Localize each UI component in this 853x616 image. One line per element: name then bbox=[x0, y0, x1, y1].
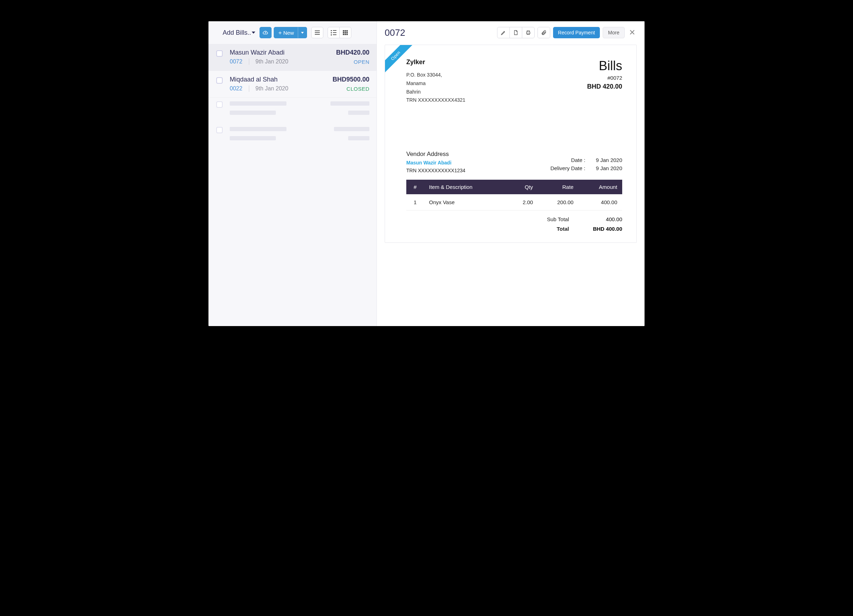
bill-date: 9th Jan 2020 bbox=[256, 85, 288, 92]
dates-block: Date : 9 Jan 2020 Delivery Date : 9 Jan … bbox=[543, 157, 622, 173]
vendor-name: Miqdaad al Shah bbox=[230, 76, 278, 83]
subtotal-label: Sub Total bbox=[537, 216, 569, 222]
app-window: Add Bills.. + New bbox=[208, 21, 645, 326]
bill-number: 0072 bbox=[230, 59, 243, 65]
divider bbox=[249, 59, 249, 65]
record-payment-button[interactable]: Record Payment bbox=[553, 27, 600, 38]
document-type: Bills bbox=[587, 59, 622, 73]
view-toggle-group bbox=[328, 27, 351, 38]
list-icon bbox=[331, 30, 337, 35]
bill-document: Open Zylker P.O. Box 33044, Manama Bahri… bbox=[385, 45, 637, 243]
company-block: Zylker P.O. Box 33044, Manama Bahrin TRN… bbox=[406, 59, 466, 105]
col-qty: Qty bbox=[507, 180, 538, 194]
status-badge: CLOSED bbox=[346, 86, 369, 92]
cell-qty: 2.00 bbox=[507, 194, 538, 211]
vendor-link[interactable]: Masun Wazir Abadi bbox=[406, 160, 466, 165]
company-name: Zylker bbox=[406, 59, 466, 66]
list-item-placeholder bbox=[208, 123, 376, 149]
row-checkbox[interactable] bbox=[216, 77, 223, 83]
new-label: New bbox=[283, 30, 294, 36]
total-value: BHD 400.00 bbox=[583, 226, 622, 232]
bill-amount: BHD9500.00 bbox=[332, 76, 369, 83]
add-bills-dropdown[interactable]: Add Bills.. bbox=[223, 29, 255, 36]
cell-amount: 400.00 bbox=[578, 194, 622, 211]
totals-block: Sub Total 400.00 Total BHD 400.00 bbox=[406, 216, 622, 232]
list-view-button[interactable] bbox=[328, 27, 340, 38]
edit-button[interactable] bbox=[497, 27, 510, 38]
cloud-icon bbox=[263, 30, 269, 35]
printer-icon bbox=[525, 30, 531, 35]
pdf-file-icon bbox=[513, 30, 519, 35]
list-item-placeholder bbox=[208, 98, 376, 123]
chevron-down-icon bbox=[301, 32, 304, 34]
detail-toolbar: 0072 Record Payment More ✕ bbox=[385, 27, 637, 45]
chevron-down-icon bbox=[252, 32, 255, 34]
company-trn: TRN XXXXXXXXXXX4321 bbox=[406, 96, 466, 105]
total-label: Total bbox=[537, 226, 569, 232]
print-button[interactable] bbox=[522, 27, 535, 38]
grid-view-button[interactable] bbox=[339, 27, 351, 38]
add-bills-label: Add Bills.. bbox=[223, 29, 251, 36]
paperclip-icon bbox=[541, 30, 547, 35]
svg-rect-0 bbox=[527, 32, 530, 34]
col-item: Item & Description bbox=[424, 180, 507, 194]
document-actions bbox=[497, 27, 535, 38]
col-rate: Rate bbox=[538, 180, 578, 194]
col-amount: Amount bbox=[578, 180, 622, 194]
col-number: # bbox=[406, 180, 424, 194]
date-label: Date : bbox=[543, 157, 585, 163]
attach-button[interactable] bbox=[537, 27, 550, 38]
vendor-name: Masun Wazir Abadi bbox=[230, 49, 284, 56]
bill-detail-panel: 0072 Record Payment More ✕ Open bbox=[377, 21, 645, 326]
address-line: Manama bbox=[406, 79, 466, 88]
plus-icon: + bbox=[278, 30, 282, 36]
bills-list-panel: Add Bills.. + New bbox=[208, 21, 377, 326]
list-item[interactable]: Masun Wazir Abadi BHD420.00 0072 9th Jan… bbox=[208, 44, 376, 71]
line-items-table: # Item & Description Qty Rate Amount 1 O… bbox=[406, 180, 622, 211]
document-amount: BHD 420.00 bbox=[587, 83, 622, 90]
table-header-row: # Item & Description Qty Rate Amount bbox=[406, 180, 622, 194]
delivery-date-value: 9 Jan 2020 bbox=[590, 165, 622, 171]
status-badge: OPEN bbox=[354, 59, 369, 65]
document-title-block: Bills #0072 BHD 420.00 bbox=[587, 59, 622, 105]
more-button[interactable]: More bbox=[603, 27, 625, 38]
cell-item: Onyx Vase bbox=[424, 194, 507, 211]
address-line: Bahrin bbox=[406, 88, 466, 96]
bills-list: Masun Wazir Abadi BHD420.00 0072 9th Jan… bbox=[208, 44, 376, 326]
cell-rate: 200.00 bbox=[538, 194, 578, 211]
address-line: P.O. Box 33044, bbox=[406, 71, 466, 79]
lines-icon bbox=[315, 30, 320, 35]
close-icon[interactable]: ✕ bbox=[627, 28, 637, 37]
pdf-button[interactable] bbox=[510, 27, 522, 38]
vendor-heading: Vendor Address bbox=[406, 151, 466, 158]
document-header: Zylker P.O. Box 33044, Manama Bahrin TRN… bbox=[406, 59, 622, 105]
list-toolbar: Add Bills.. + New bbox=[208, 21, 376, 44]
bill-amount: BHD420.00 bbox=[336, 49, 369, 56]
row-checkbox bbox=[216, 127, 223, 133]
new-button[interactable]: + New bbox=[274, 27, 299, 38]
divider bbox=[249, 85, 249, 92]
list-item[interactable]: Miqdaad al Shah BHD9500.00 0022 9th Jan … bbox=[208, 71, 376, 98]
bill-date: 9th Jan 2020 bbox=[256, 59, 288, 65]
view-lines-button[interactable] bbox=[311, 27, 323, 38]
calendar-grid-icon bbox=[343, 30, 348, 35]
bill-number: 0022 bbox=[230, 85, 243, 92]
cell-number: 1 bbox=[406, 194, 424, 211]
vendor-address-block: Vendor Address Masun Wazir Abadi TRN XXX… bbox=[406, 151, 466, 173]
page-title: 0072 bbox=[385, 27, 494, 38]
table-row: 1 Onyx Vase 2.00 200.00 400.00 bbox=[406, 194, 622, 211]
row-checkbox bbox=[216, 102, 223, 108]
cloud-upload-button[interactable] bbox=[260, 27, 272, 38]
date-value: 9 Jan 2020 bbox=[590, 157, 622, 163]
pencil-icon bbox=[501, 30, 506, 35]
delivery-date-label: Delivery Date : bbox=[543, 165, 585, 171]
new-button-dropdown[interactable] bbox=[298, 27, 307, 38]
document-number: #0072 bbox=[587, 75, 622, 81]
new-button-group: + New bbox=[274, 27, 307, 38]
vendor-dates-row: Vendor Address Masun Wazir Abadi TRN XXX… bbox=[406, 151, 622, 173]
vendor-trn: TRN XXXXXXXXXXX1234 bbox=[406, 168, 466, 173]
row-checkbox[interactable] bbox=[216, 50, 223, 57]
subtotal-value: 400.00 bbox=[583, 216, 622, 222]
